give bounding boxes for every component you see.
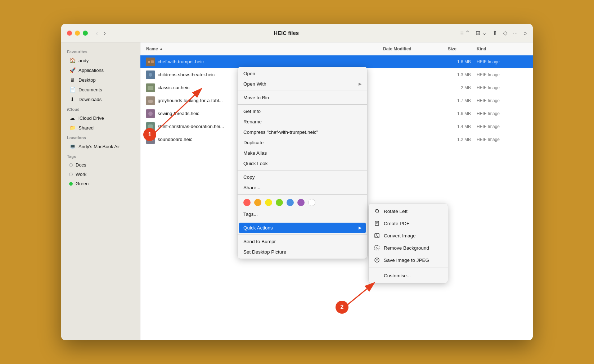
window-title: HEIC files (112, 30, 460, 36)
color-dot-green[interactable] (276, 199, 283, 206)
color-dot-orange[interactable] (254, 199, 261, 206)
convert-icon (374, 232, 380, 239)
tag-icon[interactable]: ◇ (503, 29, 507, 36)
cm-open[interactable]: Open (238, 68, 367, 79)
cm-share-label: Share... (243, 185, 260, 190)
color-dot-red[interactable] (243, 199, 251, 206)
cm-send-to-bumpr[interactable]: Send to Bumpr (238, 236, 367, 247)
svg-rect-6 (148, 86, 153, 90)
locations-label: Locations (61, 133, 140, 141)
cm-compress[interactable]: Compress "chef-with-trumpet.heic" (238, 127, 367, 137)
sidebar-item-label: Work (76, 172, 86, 177)
file-kind: HEIF Image (477, 124, 527, 129)
file-kind: HEIF Image (477, 72, 527, 77)
back-button[interactable]: ‹ (94, 29, 100, 37)
cm-separator (238, 104, 367, 105)
toolbar-right: ≡ ⌃ ⊞ ⌄ ⬆ ◇ ··· ⌕ (460, 29, 527, 36)
qa-convert-image[interactable]: Convert Image (369, 229, 448, 242)
svg-point-1 (148, 61, 150, 63)
sidebar-item-green[interactable]: Green (63, 179, 138, 188)
annotation-1: 1 (143, 128, 156, 141)
sidebar-item-docs[interactable]: Docs (63, 160, 138, 169)
sidebar-item-icloud-drive[interactable]: ☁ iCloud Drive (63, 113, 138, 123)
table-row[interactable]: chef-with-trumpet.heic 1.6 MB HEIF Image (140, 55, 533, 68)
qa-remove-background-label: Remove Background (384, 245, 429, 251)
sidebar-item-andy[interactable]: 🏠 andy (63, 56, 138, 65)
cm-make-alias[interactable]: Make Alias (238, 148, 367, 158)
sidebar-item-work[interactable]: Work (63, 170, 138, 179)
search-icon[interactable]: ⌕ (523, 30, 527, 36)
color-dot-blue[interactable] (287, 199, 294, 206)
file-kind: HEIF Image (477, 98, 527, 103)
grid-view-icon[interactable]: ⊞ ⌄ (476, 29, 486, 36)
sidebar-item-macbook[interactable]: 💻 Andy's MacBook Air (63, 142, 138, 151)
save-icon (374, 257, 380, 263)
icloud-drive-icon: ☁ (69, 115, 76, 121)
color-dot-purple[interactable] (297, 199, 305, 206)
cm-open-with[interactable]: Open With ▶ (238, 79, 367, 89)
file-size: 1.6 MB (448, 111, 477, 116)
qa-save-jpeg-label: Save Image to JPEG (384, 258, 429, 263)
file-size: 1.4 MB (448, 124, 477, 129)
share-icon[interactable]: ⬆ (492, 29, 497, 36)
name-column-header[interactable]: Name ▲ (146, 46, 383, 51)
qa-rotate-left-label: Rotate Left (384, 209, 408, 214)
cm-move-to-bin[interactable]: Move to Bin (238, 92, 367, 103)
icloud-label: iCloud (61, 104, 140, 113)
cm-separator (238, 170, 367, 170)
cm-rename[interactable]: Rename (238, 117, 367, 127)
cm-quick-actions-arrow: ▶ (359, 226, 361, 230)
fullscreen-button[interactable] (83, 31, 88, 36)
sidebar-item-label: iCloud Drive (78, 115, 104, 121)
annotation-2-label: 2 (341, 304, 344, 310)
annotation-2: 2 (336, 301, 348, 314)
qa-remove-background[interactable]: Remove Background (369, 242, 448, 254)
column-header: Name ▲ Date Modified Size Kind (140, 42, 533, 55)
date-column-header[interactable]: Date Modified (383, 46, 448, 51)
cm-tags[interactable]: Tags... (238, 209, 367, 219)
sidebar-item-label: Documents (78, 87, 102, 92)
sidebar-item-applications[interactable]: 🚀 Applications (63, 65, 138, 75)
sidebar-item-shared[interactable]: 📁 Shared (63, 123, 138, 132)
file-kind: HEIF Image (477, 59, 527, 64)
cm-copy[interactable]: Copy (238, 172, 367, 182)
cm-separator (238, 235, 367, 235)
qa-customise[interactable]: Customise... (369, 269, 448, 282)
svg-point-4 (149, 73, 152, 77)
cm-get-info[interactable]: Get Info (238, 106, 367, 117)
file-thumbnail (146, 83, 155, 92)
cm-share[interactable]: Share... (238, 182, 367, 193)
kind-column-header[interactable]: Kind (477, 46, 527, 51)
sidebar-item-label: Docs (76, 162, 86, 168)
more-icon[interactable]: ··· (513, 30, 518, 36)
color-dot-none[interactable] (308, 199, 315, 206)
file-kind: HEIF Image (477, 111, 527, 116)
cm-set-desktop[interactable]: Set Desktop Picture (238, 247, 367, 257)
sidebar-item-desktop[interactable]: 🖥 Desktop (63, 75, 138, 85)
sidebar-item-label: Downloads (78, 97, 102, 102)
file-thumbnail (146, 58, 155, 66)
cm-quick-actions[interactable]: Quick Actions ▶ (239, 223, 366, 233)
sidebar-item-downloads[interactable]: ⬇ Downloads (63, 95, 138, 104)
close-button[interactable] (67, 31, 72, 36)
sidebar-item-documents[interactable]: 📄 Documents (63, 85, 138, 94)
qa-save-jpeg[interactable]: Save Image to JPEG (369, 254, 448, 266)
minimize-button[interactable] (75, 31, 80, 36)
cm-separator (238, 194, 367, 195)
cm-quick-look[interactable]: Quick Look (238, 158, 367, 169)
cm-open-with-arrow: ▶ (359, 82, 361, 86)
forward-button[interactable]: › (102, 29, 108, 37)
cm-duplicate[interactable]: Duplicate (238, 137, 367, 148)
favourites-label: Favourites (61, 47, 140, 55)
nav-arrows: ‹ › (94, 29, 108, 37)
color-dot-yellow[interactable] (265, 199, 272, 206)
size-column-header[interactable]: Size (448, 46, 477, 51)
green-tag-dot (69, 182, 73, 186)
qa-create-pdf[interactable]: Create PDF (369, 217, 448, 229)
list-view-icon[interactable]: ≡ ⌃ (460, 29, 470, 36)
cm-get-info-label: Get Info (243, 109, 261, 114)
qa-rotate-left[interactable]: Rotate Left (369, 205, 448, 217)
annotation-1-label: 1 (148, 131, 152, 138)
cm-compress-label: Compress "chef-with-trumpet.heic" (243, 129, 318, 135)
context-menu: Open Open With ▶ Move to Bin Get Info Re… (238, 67, 367, 259)
